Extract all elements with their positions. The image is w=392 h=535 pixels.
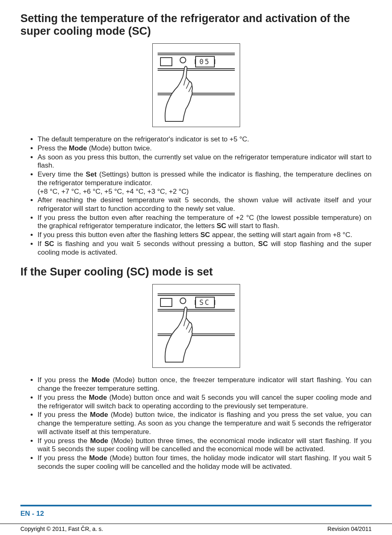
figure-2-wrap: SC [20, 284, 372, 369]
list-item: If you press the Mode (Mode) button twic… [38, 411, 372, 436]
section-heading-1: Setting the temperature of the refrigera… [20, 12, 372, 38]
list-item: If you press the Mode (Mode) button four… [38, 454, 372, 471]
copyright-text: Copyright © 2011, Fast ČR, a. s. [20, 526, 103, 535]
section-heading-2: If the Super cooling (SC) mode is set [20, 266, 372, 278]
list-item: If SC is flashing and you wait 5 seconds… [38, 240, 372, 257]
instruction-list-2: If you press the Mode (Mode) button once… [38, 376, 372, 471]
hand-pointing-icon [163, 64, 200, 123]
list-item: As soon as you press this button, the cu… [38, 153, 372, 170]
list-item: Press the Mode (Mode) button twice. [38, 144, 372, 153]
revision-text: Revision 04/2011 [327, 526, 372, 535]
instruction-list-1: The default temperature on the refrigera… [38, 135, 372, 257]
hand-pointing-icon [163, 305, 200, 364]
panel-line [158, 293, 235, 296]
round-button-icon [180, 57, 186, 63]
list-item: Every time the Set (Settings) button is … [38, 170, 372, 196]
round-button-icon [180, 298, 186, 304]
footer-separator [20, 505, 372, 506]
list-item: If you press the Mode (Mode) button once… [38, 394, 372, 410]
panel-line [158, 53, 235, 55]
page-number: EN - 12 [20, 510, 44, 518]
list-item: If you press the Mode (Mode) button thre… [38, 437, 372, 454]
figure-2: SC [152, 284, 240, 368]
list-item: If you press this button even after the … [38, 231, 372, 240]
list-item: The default temperature on the refrigera… [38, 135, 372, 144]
figure-1-wrap: 05 [20, 43, 372, 129]
list-item: After reaching the desired temperature w… [38, 196, 372, 213]
bottom-bar: Copyright © 2011, Fast ČR, a. s. Revisio… [0, 524, 392, 535]
figure-1: 05 [152, 43, 240, 127]
list-item: If you press the button even after reach… [38, 214, 372, 231]
list-item: If you press the Mode (Mode) button once… [38, 376, 372, 393]
